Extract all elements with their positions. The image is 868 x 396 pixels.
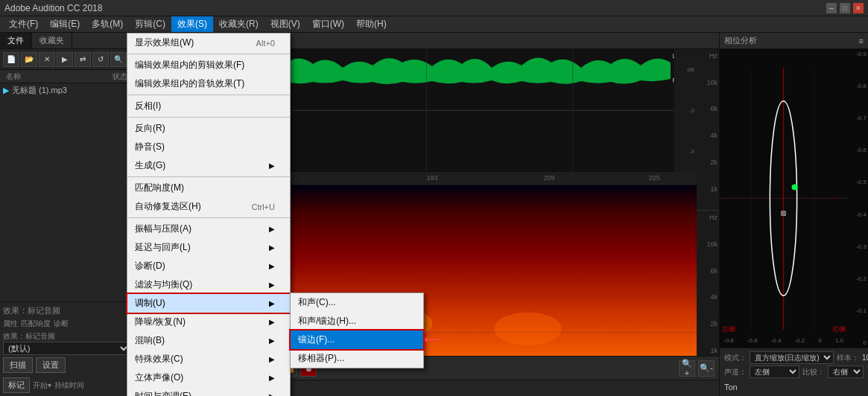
menu-show-effects-group[interactable]: 显示效果组(W) Alt+0	[127, 33, 290, 52]
menu-phaser[interactable]: 移相器(P)...	[291, 349, 423, 368]
phase-display: -0.9 -0.8 -0.7 -0.6 -0.5 -0.4 -0.3 -0.2 …	[720, 49, 868, 348]
phase-title: 相位分析	[724, 35, 757, 46]
y-axis-top: -0.9	[847, 51, 868, 57]
menu-reverb[interactable]: 混响(B) ▶	[127, 331, 290, 350]
open-file-button[interactable]: 📂	[21, 52, 37, 67]
menu-flanger[interactable]: 镶边(F)... ⟵	[291, 330, 423, 349]
sep-5	[127, 217, 290, 218]
y-axis-8: -0.2	[847, 275, 868, 282]
menu-view[interactable]: 视图(V)	[264, 16, 306, 32]
ratio-select[interactable]: 右侧	[828, 365, 864, 378]
menu-file[interactable]: 文件(F)	[3, 16, 44, 32]
menu-noise[interactable]: 降噪/恢复(N) ▶	[127, 313, 290, 331]
effects-label: 效果：标记音频	[3, 305, 130, 316]
sep-3	[127, 117, 290, 118]
y-axis-2: -0.8	[847, 83, 868, 89]
effects-controls: 属性 匹配响度 诊断	[3, 319, 130, 329]
menu-auto-heal[interactable]: 自动修复选区(H) Ctrl+U	[127, 197, 290, 216]
freq-4k-1: 4k	[697, 130, 719, 139]
menu-time[interactable]: 时间与变调(E) ▶	[127, 387, 290, 396]
channel-row: 声道： 左侧 比较： 右侧	[724, 365, 864, 378]
menu-delay-reverb[interactable]: 延迟与回声(L) ▶	[127, 238, 290, 257]
menu-edit-audio-effects[interactable]: 编辑效果组内的音轨效果(T)	[127, 74, 290, 93]
menu-silence[interactable]: 静音(S)	[127, 138, 290, 156]
files-list: ▶ 无标题 (1).mp3	[0, 83, 133, 301]
menu-amplitude[interactable]: 振幅与压限(A) ▶	[127, 220, 290, 238]
new-file-button[interactable]: 📄	[3, 52, 19, 67]
menu-diagnostics[interactable]: 诊断(D) ▶	[127, 257, 290, 275]
db-label-1: dB	[687, 66, 694, 73]
menu-window[interactable]: 窗口(W)	[306, 16, 350, 32]
close-button[interactable]: ✕	[853, 3, 864, 13]
menu-invert[interactable]: 反相(I)	[127, 97, 290, 115]
loop-button[interactable]: ↺	[92, 52, 109, 67]
zoom-in-button[interactable]: 🔍+	[679, 360, 695, 377]
sample-label: 样本：	[837, 353, 859, 363]
sep-1	[127, 54, 290, 54]
effects-preset-select[interactable]: (默认)	[3, 342, 130, 355]
svg-point-27	[792, 184, 798, 190]
menu-edit-in-group[interactable]: 编辑效果组内的剪辑效果(F)	[127, 56, 290, 74]
db-label-3: -3	[689, 148, 694, 155]
scan-settings-row: 扫描 设置	[3, 357, 130, 373]
ton-section: Ton	[724, 381, 864, 393]
menu-stereo[interactable]: 立体声像(O) ▶	[127, 368, 290, 387]
sep-4	[127, 176, 290, 177]
menu-favorites[interactable]: 收藏夹(R)	[213, 16, 264, 32]
freq-6k-1: 6k	[697, 103, 719, 112]
phase-menu-icon[interactable]: ≡	[859, 36, 864, 45]
y-axis-0: 0	[847, 339, 868, 346]
menu-multitrack[interactable]: 多轨(M)	[86, 16, 129, 32]
channel-select[interactable]: 左侧	[750, 365, 799, 378]
match-loudness-label: 匹配响度	[21, 319, 51, 329]
menu-clip[interactable]: 剪辑(C)	[129, 16, 171, 32]
play-file-button[interactable]: ▶	[57, 52, 73, 67]
maximize-button[interactable]: □	[840, 3, 850, 13]
menu-match-loudness[interactable]: 匹配响度(M)	[127, 179, 290, 197]
menu-help[interactable]: 帮助(H)	[350, 16, 393, 32]
menu-chorus[interactable]: 和声(C)...	[291, 293, 423, 312]
menu-generate[interactable]: 生成(G) ▶	[127, 156, 290, 175]
arrow-indicator: ⟵	[424, 332, 441, 346]
menu-edit[interactable]: 编辑(E)	[44, 16, 86, 32]
zoom-out-button[interactable]: 🔍-	[698, 360, 715, 377]
sample-value: 1024	[862, 354, 868, 362]
menu-effects[interactable]: 效果(S)	[171, 16, 213, 32]
file-item-1[interactable]: ▶ 无标题 (1).mp3	[0, 83, 133, 98]
file-name-1: 无标题 (1).mp3	[12, 85, 67, 96]
menu-reverse[interactable]: 反向(R)	[127, 119, 290, 138]
x-axis-left: -0.8	[723, 337, 734, 348]
autoplay-button[interactable]: ⇄	[75, 52, 91, 67]
start-label: 开始▾	[33, 380, 51, 391]
x-axis-center: 0	[818, 337, 821, 348]
tab-collections[interactable]: 收藏夹	[32, 33, 72, 48]
search-button[interactable]: 🔍	[110, 52, 127, 67]
freq-1k-1: 1k	[697, 184, 719, 193]
add-marker-button[interactable]: 标记	[3, 377, 30, 393]
freq-hz-label: Hz	[697, 51, 719, 60]
freq-6k-2: 6k	[697, 266, 719, 275]
channel-label: 声道：	[724, 367, 747, 377]
mode-select[interactable]: 直方缩放(日志缩放)	[750, 351, 834, 364]
freq-10k-1: 10k	[697, 77, 719, 86]
menu-modulation[interactable]: 调制(U) ▶ 和声(C)... 和声/镶边(H)... 镶边(F)... ⟵ …	[127, 294, 290, 313]
tab-files[interactable]: 文件	[0, 33, 32, 48]
left-channel-label: 左侧	[722, 325, 735, 334]
modulation-submenu: 和声(C)... 和声/镶边(H)... 镶边(F)... ⟵ 移相器(P)..…	[290, 293, 424, 368]
y-axis-9: -0.1	[847, 307, 868, 314]
menu-special[interactable]: 特殊效果(C) ▶	[127, 350, 290, 368]
y-axis-6: -0.4	[847, 211, 868, 218]
menu-filter-eq[interactable]: 滤波与均衡(Q) ▶	[127, 275, 290, 294]
diagnostics-label: 诊断	[54, 319, 69, 329]
duration-label: 持续时间	[54, 380, 84, 391]
phase-svg	[720, 49, 847, 348]
close-file-button[interactable]: ✕	[39, 52, 55, 67]
db-scale: dB -3 -3	[674, 49, 697, 172]
ratio-label: 比较：	[802, 367, 825, 377]
menu-chorus-flanger[interactable]: 和声/镶边(H)...	[291, 312, 423, 330]
frequency-labels: Hz 10k 6k 4k 2k 1k Hz 10k 6k 4k 2k 1k	[697, 49, 719, 356]
scan-button[interactable]: 扫描	[3, 357, 33, 373]
settings-button[interactable]: 设置	[36, 357, 66, 373]
app-title: Adobe Audition CC 2018	[4, 3, 102, 13]
minimize-button[interactable]: ─	[826, 3, 837, 13]
